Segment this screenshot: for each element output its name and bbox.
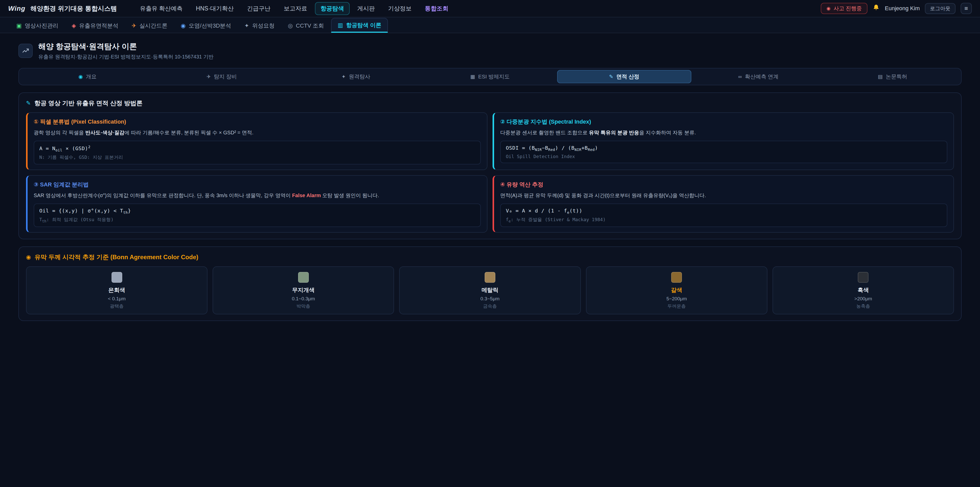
bonn-layer-desc: 금속층	[404, 303, 576, 309]
subnav-tab-pollution-ship-3d[interactable]: ◉ 오염/선박3D분석	[175, 19, 237, 33]
method-card-sar-threshold: ③ SAR 임계값 분리법 SAR 영상에서 후방산란계수(σ°)의 임계값 이…	[26, 175, 487, 233]
bonn-layer-desc: 두꺼운층	[590, 303, 763, 309]
formula: Oil = {(x,y) | σ°(x,y) < Tth}	[39, 208, 475, 214]
methods-grid: ① 픽셀 분류법 (Pixel Classification) 광학 영상의 각…	[26, 112, 954, 233]
formula-note: Tth: 최적 임계값 (Otsu 적응형)	[39, 217, 475, 223]
tab-remote-sensing[interactable]: ✦ 원격탐사	[289, 70, 423, 83]
nav-item-aerial-search[interactable]: 항공탐색	[315, 2, 350, 15]
subnav: ▣ 영상사진관리 ◈ 유출유면적분석 ✈ 실시간드론 ◉ 오염/선박3D분석 ✦…	[0, 18, 980, 33]
subnav-tab-aerial-theory[interactable]: ▥ 항공탐색 이론	[331, 18, 388, 33]
method-card-title: ② 다중분광 지수법 (Spectral Index)	[500, 118, 947, 126]
page-header: 해양 항공탐색·원격탐사 이론 유출유 원격탐지·항공감시 기법·ESI 방제정…	[18, 42, 962, 60]
document-icon: ▤	[878, 74, 883, 79]
logout-button[interactable]: 로그아웃	[925, 3, 956, 14]
photo-icon: ▣	[16, 23, 22, 29]
bonn-thickness-range: 0.1~0.3μm	[217, 296, 390, 302]
hamburger-icon: ≡	[964, 5, 968, 12]
subnav-tab-oil-area-analysis[interactable]: ◈ 유출유면적분석	[65, 19, 124, 33]
color-swatch	[858, 272, 869, 283]
tab-papers-patents[interactable]: ▤ 논문특허	[825, 70, 959, 83]
remote-sensing-icon: ✦	[342, 74, 346, 79]
method-card-spectral-index: ② 다중분광 지수법 (Spectral Index) 다중분광 센서로 촬영한…	[493, 112, 954, 170]
bonn-thickness-range: < 0.1μm	[30, 296, 203, 302]
nav-item-hns-air-diffusion[interactable]: HNS·대기확산	[190, 2, 239, 15]
method-card-pixel-classification: ① 픽셀 분류법 (Pixel Classification) 광학 영상의 각…	[26, 112, 487, 170]
methods-heading: ✎ 항공 영상 기반 유출유 면적 산정 방법론	[26, 99, 954, 107]
method-card-title: ① 픽셀 분류법 (Pixel Classification)	[34, 118, 481, 126]
method-card-desc: 면적(A)과 평균 유막 두께(d) 및 풍화 경과 시간(t)으로부터 원래 …	[500, 192, 947, 200]
nav-item-board[interactable]: 게시판	[352, 2, 380, 15]
method-card-volume-inversion: ④ 유량 역산 추정 면적(A)과 평균 유막 두께(d) 및 풍화 경과 시간…	[493, 175, 954, 233]
ship-3d-icon: ◉	[181, 23, 186, 29]
tab-overview[interactable]: ◉ 개요	[21, 70, 155, 83]
bonn-name: 은회색	[30, 286, 203, 294]
subnav-tab-image-photo-management[interactable]: ▣ 영상사진관리	[10, 19, 65, 33]
ruler-pencil-icon: ✎	[609, 74, 613, 79]
subnav-tab-label: CCTV 조회	[296, 22, 324, 30]
link-icon: ∞	[738, 74, 741, 79]
incident-badge-label: 사고 진행중	[834, 5, 862, 12]
bonn-card-silver-gray: 은회색 < 0.1μm 광택층	[26, 267, 207, 315]
bonn-thickness-range: 5~200μm	[590, 296, 763, 302]
formula: V₀ = A × d / (1 - fe(t))	[506, 208, 942, 214]
bonn-color-code-panel: ◉ 유막 두께 시각적 추정 기준 (Bonn Agreement Color …	[18, 246, 962, 321]
hamburger-menu-button[interactable]: ≡	[961, 3, 972, 14]
bonn-layer-desc: 농축층	[777, 303, 950, 309]
tab-detection-equipment[interactable]: ✈ 탐지 장비	[155, 70, 289, 83]
color-swatch	[671, 272, 682, 283]
tab-label: 개요	[86, 73, 97, 80]
bonn-grid: 은회색 < 0.1μm 광택층 무지개색 0.1~0.3μm 박막층 메탈릭 0…	[26, 267, 954, 315]
bonn-layer-desc: 박막층	[217, 303, 390, 309]
subnav-tab-realtime-drone[interactable]: ✈ 실시간드론	[126, 19, 173, 33]
subnav-tab-label: 실시간드론	[139, 22, 167, 30]
nav-item-oil-spill-prediction[interactable]: 유출유 확산예측	[134, 2, 188, 15]
user-name: Eunjeong Kim	[885, 5, 920, 12]
method-card-desc: SAR 영상에서 후방산란계수(σ°)의 임계값 이하를 유막으로 판정합니다.…	[34, 192, 481, 200]
tab-diffusion-link[interactable]: ∞ 확산예측 연계	[691, 70, 826, 83]
section-tabbar: ◉ 개요 ✈ 탐지 장비 ✦ 원격탐사 ▦ ESI 방제지도 ✎ 면적 산정 ∞…	[18, 68, 962, 85]
area-calculation-methods-panel: ✎ 항공 영상 기반 유출유 면적 산정 방법론 ① 픽셀 분류법 (Pixel…	[18, 93, 962, 239]
cctv-icon: ◎	[288, 23, 293, 29]
app-title: 해양환경 위기대응 통합시스템	[30, 4, 117, 13]
method-card-title: ④ 유량 역산 추정	[500, 181, 947, 188]
subnav-tab-label: 유출유면적분석	[79, 22, 118, 30]
bonn-name: 메탈릭	[404, 286, 576, 294]
bonn-thickness-range: >200μm	[777, 296, 950, 302]
formula-note: fe: 누적 증발율 (Stiver & Mackay 1984)	[506, 217, 942, 223]
nav-item-integrated-search[interactable]: 통합조회	[419, 2, 454, 15]
bonn-name: 흑색	[777, 286, 950, 294]
bonn-heading-label: 유막 두께 시각적 추정 기준 (Bonn Agreement Color Co…	[35, 253, 198, 261]
method-card-desc: 다중분광 센서로 촬영한 밴드 조합으로 유막 특유의 분광 반응을 지수화하여…	[500, 129, 947, 137]
subnav-tab-label: 위성요청	[252, 22, 275, 30]
nav-item-emergency-rescue[interactable]: 긴급구난	[242, 2, 276, 15]
color-swatch	[111, 272, 122, 283]
notification-bell-button[interactable]	[873, 4, 880, 13]
formula: OSDI = (BNIR−BRed) / (BNIR+BRed)	[506, 145, 942, 152]
subnav-tab-label: 영상사진관리	[25, 22, 59, 30]
subnav-tab-satellite-request[interactable]: ✦ 위성요청	[239, 19, 281, 33]
incident-status-badge[interactable]: ◉ 사고 진행중	[821, 3, 867, 14]
tab-label: 면적 산정	[616, 73, 639, 80]
tab-label: 탐지 장비	[214, 73, 237, 80]
pencil-icon: ✎	[26, 101, 30, 106]
formula-block: V₀ = A × d / (1 - fe(t)) fe: 누적 증발율 (Sti…	[500, 204, 947, 227]
tab-area-calculation[interactable]: ✎ 면적 산정	[557, 70, 691, 83]
page-title-icon	[18, 44, 33, 58]
formula-block: Oil = {(x,y) | σ°(x,y) < Tth} Tth: 최적 임계…	[34, 204, 481, 227]
subnav-tab-label: 오염/선박3D분석	[189, 22, 231, 30]
bonn-card-metallic: 메탈릭 0.3~5μm 금속층	[399, 267, 581, 315]
color-swatch	[298, 272, 309, 283]
logo[interactable]: Wing	[8, 5, 25, 13]
main-nav: 유출유 확산예측 HNS·대기확산 긴급구난 보고자료 항공탐색 게시판 기상정…	[134, 2, 454, 15]
app-root: Wing 해양환경 위기대응 통합시스템 유출유 확산예측 HNS·대기확산 긴…	[0, 0, 980, 487]
bonn-name: 무지개색	[217, 286, 390, 294]
tab-label: ESI 방제지도	[478, 73, 510, 80]
formula: A = Noil × (GSD)2	[39, 145, 475, 152]
formula-note: N: 기름 픽셀수, GSD: 지상 표본거리	[39, 154, 475, 160]
nav-item-reports[interactable]: 보고자료	[278, 2, 313, 15]
tab-esi-map[interactable]: ▦ ESI 방제지도	[423, 70, 557, 83]
incident-dot-icon: ◉	[826, 6, 830, 11]
subnav-tab-cctv-view[interactable]: ◎ CCTV 조회	[282, 19, 330, 33]
nav-item-weather-info[interactable]: 기상정보	[383, 2, 417, 15]
formula-block: A = Noil × (GSD)2 N: 기름 픽셀수, GSD: 지상 표본거…	[34, 141, 481, 164]
